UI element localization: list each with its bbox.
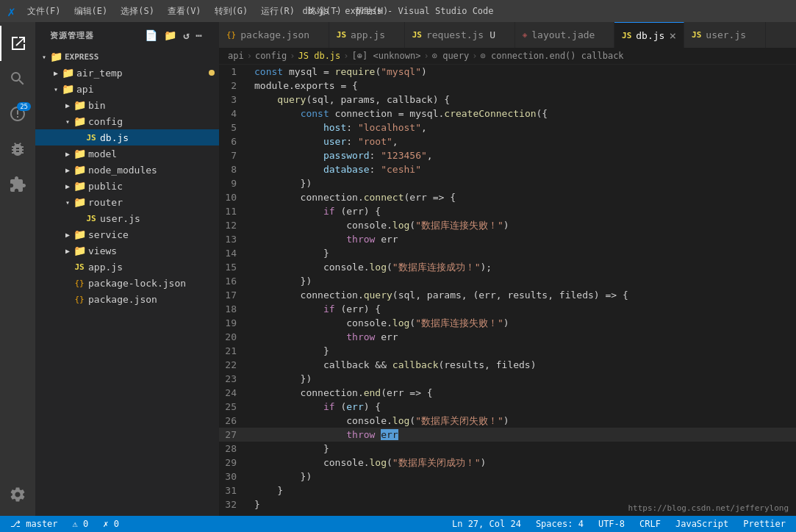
code-line-11[interactable]: 11 if (err) { xyxy=(219,204,796,218)
code-line-3[interactable]: 3 query(sql, params, callback) { xyxy=(219,93,796,107)
tree-item-app-js[interactable]: ▶ JS app.js xyxy=(35,259,219,275)
tree-item-views[interactable]: ▶ 📁 views xyxy=(35,242,219,259)
code-line-27[interactable]: 27 throw err xyxy=(219,428,796,442)
errors-status[interactable]: ✗ 0 xyxy=(100,519,122,529)
code-line-31[interactable]: 31 } xyxy=(219,484,796,497)
tab-user-js[interactable]: JS user.js × xyxy=(684,22,766,48)
git-activity-icon[interactable]: 25 xyxy=(0,96,35,132)
extensions-activity-icon[interactable] xyxy=(0,167,35,202)
code-line-15[interactable]: 15 console.log("数据库连接成功！"); xyxy=(219,260,796,274)
menu-select[interactable]: 选择(S) xyxy=(115,4,160,19)
code-line-9[interactable]: 9 }) xyxy=(219,176,796,190)
tree-item-public[interactable]: ▶ 📁 public xyxy=(35,178,219,194)
status-bar-right: Ln 27, Col 24 Spaces: 4 UTF-8 CRLF JavaS… xyxy=(449,519,789,529)
code-line-17[interactable]: 17 connection.query(sql, params, (err, r… xyxy=(219,288,796,302)
explorer-activity-icon[interactable] xyxy=(0,26,35,61)
code-line-20[interactable]: 20 throw err xyxy=(219,330,796,344)
tree-item-package-lock[interactable]: ▶ {} package-lock.json xyxy=(35,275,219,291)
menu-view[interactable]: 查看(V) xyxy=(162,4,207,19)
code-line-28[interactable]: 28 } xyxy=(219,442,796,456)
tree-item-config[interactable]: ▾ 📁 config xyxy=(35,113,219,129)
sidebar: 资源管理器 📄 📁 ↺ ⋯ ▾ 📁 EXPRESS ▶ 📁 air_temp xyxy=(35,22,219,516)
code-editor[interactable]: 1const mysql = require("mysql")2module.e… xyxy=(219,65,796,516)
encoding-status[interactable]: UTF-8 xyxy=(595,519,628,529)
breadcrumb-config[interactable]: config xyxy=(255,51,287,61)
tree-item-db-js[interactable]: ▶ JS db.js xyxy=(35,129,219,145)
git-branch-status[interactable]: ⎇ master xyxy=(7,519,61,529)
code-line-30[interactable]: 30 }) xyxy=(219,470,796,484)
breadcrumb-query[interactable]: ⊙ query xyxy=(432,51,470,61)
tree-root-folder[interactable]: ▾ 📁 EXPRESS xyxy=(35,48,219,65)
app-js-label: app.js xyxy=(88,262,123,273)
menu-edit[interactable]: 编辑(E) xyxy=(68,4,114,19)
tree-item-router[interactable]: ▾ 📁 router xyxy=(35,194,219,210)
code-line-12[interactable]: 12 console.log("数据库连接失败！") xyxy=(219,218,796,232)
code-line-10[interactable]: 10 connection.connect(err => { xyxy=(219,190,796,204)
formatter-status[interactable]: Prettier xyxy=(740,519,789,529)
menu-run[interactable]: 运行(R) xyxy=(255,4,301,19)
code-line-25[interactable]: 25 if (err) { xyxy=(219,400,796,414)
code-line-22[interactable]: 22 callback && callback(results, fileds) xyxy=(219,358,796,372)
menu-file[interactable]: 文件(F) xyxy=(21,4,67,19)
breadcrumb-callback[interactable]: ⊙ connection.end() callback xyxy=(481,51,624,61)
warnings-status[interactable]: ⚠ 0 xyxy=(70,519,92,529)
collapse-icon[interactable]: ⋯ xyxy=(195,28,204,43)
breadcrumb-api[interactable]: api xyxy=(228,51,244,61)
line-number-24: 24 xyxy=(219,386,248,400)
line-content-20: throw err xyxy=(248,330,796,344)
tree-item-bin[interactable]: ▶ 📁 bin xyxy=(35,97,219,113)
code-line-32[interactable]: 32} xyxy=(219,497,796,511)
code-line-29[interactable]: 29 console.log("数据库关闭成功！") xyxy=(219,456,796,470)
cursor-position-status[interactable]: Ln 27, Col 24 xyxy=(449,519,524,529)
line-content-16: }) xyxy=(248,274,796,288)
code-line-1[interactable]: 1const mysql = require("mysql") xyxy=(219,65,796,79)
code-line-21[interactable]: 21 } xyxy=(219,344,796,358)
tab-layout-jade[interactable]: ◈ layout.jade × xyxy=(515,22,614,48)
line-number-11: 11 xyxy=(219,204,248,218)
tab-request-js[interactable]: JS request.js U × xyxy=(405,22,515,48)
code-line-13[interactable]: 13 throw err xyxy=(219,232,796,246)
code-line-14[interactable]: 14 } xyxy=(219,246,796,260)
api-arrow: ▾ xyxy=(50,83,62,95)
menu-goto[interactable]: 转到(G) xyxy=(209,4,254,19)
new-file-icon[interactable]: 📄 xyxy=(143,28,159,43)
close-db-js[interactable]: × xyxy=(669,29,676,43)
tree-item-user-js[interactable]: ▶ JS user.js xyxy=(35,210,219,226)
code-line-2[interactable]: 2module.exports = { xyxy=(219,79,796,93)
code-line-5[interactable]: 5 host: "localhost", xyxy=(219,121,796,134)
code-line-16[interactable]: 16 }) xyxy=(219,274,796,288)
code-line-8[interactable]: 8 database: "ceshi" xyxy=(219,162,796,176)
breadcrumb-unknown[interactable]: [⊕] <unknown> xyxy=(352,51,421,61)
tab-app-js[interactable]: JS app.js × xyxy=(329,22,405,48)
tab-bar: {} package.json × JS app.js × JS request… xyxy=(219,22,796,48)
new-folder-icon[interactable]: 📁 xyxy=(162,28,179,43)
language-status[interactable]: JavaScript xyxy=(673,519,731,529)
refresh-icon[interactable]: ↺ xyxy=(182,28,191,43)
line-content-30: }) xyxy=(248,470,796,484)
code-line-18[interactable]: 18 if (err) { xyxy=(219,302,796,316)
tree-item-model[interactable]: ▶ 📁 model xyxy=(35,145,219,162)
breadcrumb-db-js[interactable]: JS db.js xyxy=(298,51,341,61)
line-ending-status[interactable]: CRLF xyxy=(637,519,664,529)
settings-activity-icon[interactable] xyxy=(0,477,35,512)
code-line-26[interactable]: 26 console.log("数据库关闭失败！") xyxy=(219,414,796,428)
tree-item-node-modules[interactable]: ▶ 📁 node_modules xyxy=(35,162,219,178)
code-line-7[interactable]: 7 password: "123456", xyxy=(219,148,796,162)
debug-activity-icon[interactable] xyxy=(0,132,35,167)
search-activity-icon[interactable] xyxy=(0,61,35,96)
tab-db-js[interactable]: JS db.js × xyxy=(614,22,684,48)
spaces-status[interactable]: Spaces: 4 xyxy=(533,519,587,529)
code-line-19[interactable]: 19 console.log("数据库连接失败！") xyxy=(219,316,796,330)
code-line-24[interactable]: 24 connection.end(err => { xyxy=(219,386,796,400)
tree-item-air_temp[interactable]: ▶ 📁 air_temp xyxy=(35,65,219,81)
tab-icon-layout-jade: ◈ xyxy=(523,30,528,40)
tab-label-package-json: package.json xyxy=(240,29,309,40)
line-number-9: 9 xyxy=(219,176,248,190)
tree-item-api[interactable]: ▾ 📁 api xyxy=(35,81,219,97)
code-line-6[interactable]: 6 user: "root", xyxy=(219,134,796,148)
tab-package-json[interactable]: {} package.json × xyxy=(219,22,329,48)
code-line-4[interactable]: 4 const connection = mysql.createConnect… xyxy=(219,107,796,121)
code-line-23[interactable]: 23 }) xyxy=(219,372,796,386)
tree-item-package-json[interactable]: ▶ {} package.json xyxy=(35,291,219,307)
tree-item-service[interactable]: ▶ 📁 service xyxy=(35,226,219,242)
